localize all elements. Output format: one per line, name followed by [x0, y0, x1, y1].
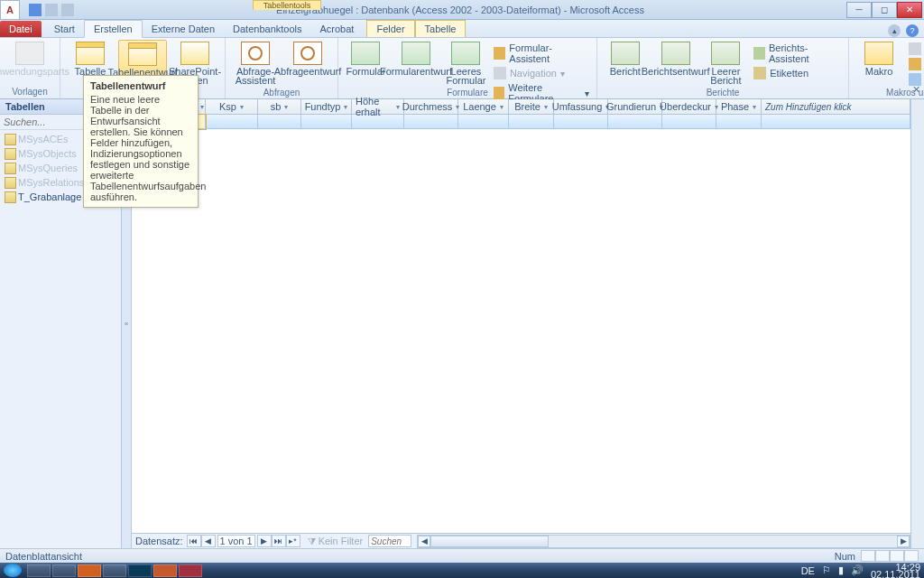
column-header-laenge[interactable]: Laenge▾	[458, 99, 509, 114]
tab-table[interactable]: Tabelle	[415, 20, 467, 37]
dropdown-icon[interactable]: ▾	[500, 103, 504, 111]
tray-clock[interactable]: 14:2902.11.2011	[871, 564, 920, 578]
tab-create[interactable]: Erstellen	[84, 20, 143, 38]
task-explorer-icon[interactable]	[27, 564, 51, 577]
tray-lang[interactable]: DE	[801, 565, 815, 576]
group-templates: Anwendungsparts Vorlagen	[0, 38, 60, 98]
pivotchart-view-button[interactable]	[890, 550, 904, 562]
blank-form-button[interactable]: Leeres Formular	[444, 40, 488, 87]
class-module-button[interactable]: Klassenmodul	[907, 57, 924, 71]
tab-fields[interactable]: Felder	[366, 20, 414, 37]
application-parts-button[interactable]: Anwendungsparts	[5, 40, 54, 78]
save-icon[interactable]	[29, 4, 42, 16]
task-photoshop-icon[interactable]	[128, 564, 152, 577]
navigation-button[interactable]: Navigation ▾	[492, 66, 591, 80]
column-header-sb[interactable]: sb▾	[258, 99, 301, 114]
cell[interactable]	[554, 115, 608, 129]
query-wizard-button[interactable]: Abfrage-Assistent	[231, 40, 280, 87]
tray-network-icon[interactable]: ▮	[838, 564, 844, 576]
new-record-button[interactable]: ▸*	[286, 535, 300, 547]
task-firefox-icon[interactable]	[78, 564, 101, 577]
dropdown-icon[interactable]: ▾	[284, 103, 288, 111]
close-object-tab[interactable]: ✕	[912, 84, 920, 96]
datasheet-view-button[interactable]	[861, 550, 875, 562]
last-record-button[interactable]: ⏭	[272, 535, 286, 547]
numlock-status: Num	[835, 551, 855, 562]
column-header-höhe erhalt[interactable]: Höhe erhalt▾	[352, 99, 404, 114]
column-header-überdeckur[interactable]: Überdeckur▾	[662, 99, 716, 114]
query-design-button[interactable]: Abfrageentwurf	[283, 40, 332, 78]
cell[interactable]	[301, 115, 352, 129]
column-header-durchmess[interactable]: Durchmess▾	[404, 99, 458, 114]
status-bar: Datenblattansicht Num	[0, 548, 924, 563]
view-status: Datenblattansicht	[5, 551, 82, 562]
dropdown-icon[interactable]: ▾	[396, 103, 400, 111]
tooltip: Tabellenentwurf Eine neue leere Tabelle …	[83, 75, 199, 208]
group-queries: Abfrage-Assistent Abfrageentwurf Abfrage…	[226, 38, 338, 98]
tab-acrobat[interactable]: Acrobat	[311, 21, 364, 37]
cell[interactable]	[716, 115, 762, 129]
cell[interactable]	[404, 115, 458, 129]
title-bar: A Tabellentools Einzelgrabhuegel : Daten…	[0, 0, 924, 20]
minimize-ribbon-icon[interactable]: ▴	[888, 24, 901, 37]
start-button[interactable]	[4, 564, 22, 577]
cell[interactable]	[258, 115, 301, 129]
column-header-grundierun[interactable]: Grundierun▾	[608, 99, 662, 114]
task-ie-icon[interactable]	[52, 564, 76, 577]
design-view-button[interactable]	[904, 550, 919, 562]
maximize-button[interactable]: ◻	[872, 2, 897, 18]
contextual-tab-label: Tabellentools	[253, 0, 321, 10]
vertical-scrollbar[interactable]	[910, 99, 924, 548]
table-design-button[interactable]: Tabellenentwurf	[118, 40, 167, 79]
datasheet: HuebnerNr▾Ksp▾sb▾Fundtyp▾Höhe erhalt▾Dur…	[132, 99, 910, 548]
tab-file[interactable]: Datei	[0, 21, 42, 37]
tab-home[interactable]: Start	[45, 21, 84, 37]
cell[interactable]	[206, 115, 258, 129]
help-icon[interactable]: ?	[906, 24, 919, 37]
dropdown-icon[interactable]: ▾	[200, 103, 204, 111]
cell[interactable]	[509, 115, 554, 129]
column-header-fundtyp[interactable]: Fundtyp▾	[301, 99, 352, 114]
column-header-phase[interactable]: Phase▾	[716, 99, 762, 114]
horizontal-scrollbar[interactable]: ◀▶	[417, 535, 910, 548]
minimize-button[interactable]: ─	[846, 2, 872, 18]
cell[interactable]	[662, 115, 716, 129]
quick-access-toolbar	[29, 4, 74, 16]
column-header-umfassung[interactable]: Umfassung▾	[554, 99, 608, 114]
column-header-breite[interactable]: Breite▾	[509, 99, 554, 114]
redo-icon[interactable]	[61, 4, 74, 16]
macro-button[interactable]: Makro	[855, 40, 903, 78]
tray-volume-icon[interactable]: 🔊	[851, 564, 864, 576]
new-record-row[interactable]: ✱	[132, 115, 910, 129]
tab-database-tools[interactable]: Datenbanktools	[224, 21, 310, 37]
cell[interactable]	[458, 115, 509, 129]
module-button[interactable]: Modul	[907, 42, 924, 56]
report-wizard-button[interactable]: Berichts-Assistent	[752, 42, 843, 65]
column-header-ksp[interactable]: Ksp▾	[206, 99, 258, 114]
blank-report-button[interactable]: Leerer Bericht	[704, 40, 749, 87]
pivottable-view-button[interactable]	[875, 550, 890, 562]
task-wmp-icon[interactable]	[103, 564, 126, 577]
dropdown-icon[interactable]: ▾	[753, 103, 756, 111]
dropdown-icon[interactable]: ▾	[544, 103, 548, 111]
cell[interactable]	[608, 115, 662, 129]
report-design-button[interactable]: Berichtsentwurf	[651, 40, 700, 78]
dropdown-icon[interactable]: ▾	[240, 103, 244, 111]
undo-icon[interactable]	[45, 4, 58, 16]
first-record-button[interactable]: ⏮	[187, 535, 201, 547]
labels-button[interactable]: Etiketten	[752, 66, 843, 80]
record-search-input[interactable]	[368, 535, 411, 547]
task-powerpoint-icon[interactable]	[153, 564, 177, 577]
tray-flag-icon[interactable]: ⚐	[822, 564, 831, 576]
prev-record-button[interactable]: ◀	[201, 535, 216, 547]
tab-external-data[interactable]: Externe Daten	[143, 21, 224, 37]
cell[interactable]	[762, 115, 910, 129]
dropdown-icon[interactable]: ▾	[344, 103, 347, 111]
next-record-button[interactable]: ▶	[257, 535, 272, 547]
task-access-icon[interactable]	[179, 564, 202, 577]
close-button[interactable]: ✕	[897, 2, 922, 18]
form-design-button[interactable]: Formularentwurf	[392, 40, 440, 78]
add-column[interactable]: Zum Hinzufügen klick	[762, 99, 910, 114]
window-title: Einzelgrabhuegel : Datenbank (Access 200…	[74, 5, 846, 15]
form-wizard-button[interactable]: Formular-Assistent	[492, 42, 591, 65]
